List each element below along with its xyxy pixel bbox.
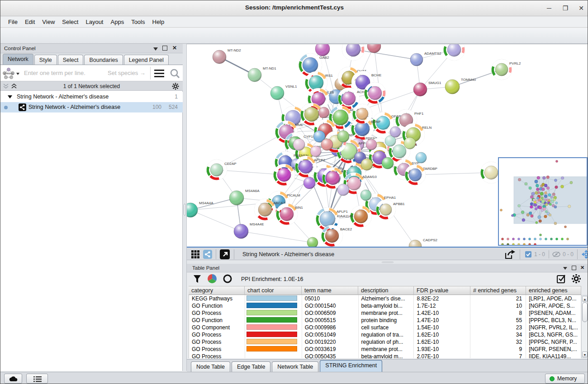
string-query-placeholder[interactable]: Enter one term per line. <box>24 70 85 76</box>
table-cell: cell surface <box>359 324 414 331</box>
table-panel-title: Table Panel <box>192 265 219 271</box>
title-bar: Session: /tmp/enrichmentTest.cys ─ ❐ ✕ <box>0 0 588 16</box>
export-network-icon[interactable] <box>505 249 516 259</box>
table-row[interactable]: GO FunctionGO:0005515protein binding1.47… <box>189 317 581 324</box>
detach-view-icon[interactable] <box>220 249 230 259</box>
collection-expander-icon[interactable] <box>8 95 12 98</box>
menu-layout[interactable]: Layout <box>82 18 106 26</box>
table-cell: [LRP1, APOE, AD... <box>526 295 581 302</box>
column-header[interactable]: category <box>189 286 245 295</box>
column-header[interactable]: description <box>358 286 414 295</box>
menu-edit[interactable]: Edit <box>22 18 38 26</box>
scroll-down-button[interactable]: ▼ <box>582 351 588 357</box>
svg-text:GAB2: GAB2 <box>319 56 329 60</box>
memory-button[interactable]: Memory <box>545 374 585 384</box>
tab-network-table[interactable]: Network Table <box>272 361 318 372</box>
minimize-button[interactable]: ─ <box>543 4 555 13</box>
svg-text:PVRL2: PVRL2 <box>509 61 521 66</box>
table-row[interactable]: GO ProcessGO:0051049regulation of tra...… <box>189 331 581 338</box>
task-history-button[interactable] <box>26 374 48 384</box>
pie-chart-icon[interactable] <box>208 274 217 283</box>
table-cell: [NGFR, APOE, S... <box>526 302 581 309</box>
navigator-toggle-icon[interactable] <box>581 249 588 259</box>
menu-select[interactable]: Select <box>59 18 81 26</box>
splitter-grip[interactable] <box>184 204 186 215</box>
table-row[interactable]: GO ProcessGO:0033619membrane prot...1.93… <box>189 346 581 353</box>
color-swatch <box>247 310 297 315</box>
tab-edge-table[interactable]: Edge Table <box>232 361 270 372</box>
ring-chart-icon[interactable] <box>223 274 232 283</box>
column-header[interactable]: enriched genes <box>526 286 581 295</box>
navigator-graph[interactable] <box>499 158 587 245</box>
grid-view-icon[interactable] <box>191 250 199 258</box>
tab-style[interactable]: Style <box>34 55 57 65</box>
menu-file[interactable]: File <box>5 18 21 26</box>
column-header[interactable]: chart color <box>245 286 302 295</box>
column-header[interactable]: # enriched genes <box>470 286 526 295</box>
table-scrollbar[interactable]: ▲ ▼ <box>581 295 588 358</box>
table-cell: 21 <box>470 295 526 302</box>
table-row[interactable]: GO ProcessGO:0050435beta-amyloid m...2.0… <box>189 353 581 358</box>
menu-help[interactable]: Help <box>149 18 168 26</box>
table-row[interactable]: GO ProcessGO:0006509membrane prot...1.42… <box>189 309 581 317</box>
network-row-selected[interactable]: String Network - Alzheimer's disease 100… <box>0 102 183 112</box>
select-columns-icon[interactable] <box>557 274 566 283</box>
splitter-grip[interactable] <box>382 262 394 263</box>
tab-legend-panel[interactable]: Legend Panel <box>124 55 169 65</box>
menu-tools[interactable]: Tools <box>128 18 148 26</box>
tab-string-enrichment[interactable]: STRING Enrichment <box>320 360 382 372</box>
scroll-up-button[interactable]: ▲ <box>582 296 588 302</box>
filter-icon[interactable] <box>193 275 201 283</box>
column-header[interactable]: FDR p-value <box>414 286 470 295</box>
tab-select[interactable]: Select <box>58 55 84 65</box>
svg-text:MS4A4A: MS4A4A <box>199 201 213 205</box>
network-collection-row[interactable]: String Network - Alzheimer's disease 1 <box>0 92 183 102</box>
table-cell: 55 <box>470 317 526 324</box>
query-options-icon[interactable] <box>154 69 164 77</box>
divider <box>216 249 216 259</box>
status-bar: Memory <box>0 372 588 384</box>
table-row[interactable]: GO ComponentGO:0009986cell surface1.54E-… <box>189 324 581 331</box>
task-list-icon <box>33 376 42 382</box>
search-icon[interactable] <box>170 68 180 79</box>
cloud-button[interactable] <box>4 374 22 384</box>
table-cell: GO Process <box>189 353 245 358</box>
chart-color-cell <box>245 324 302 331</box>
maximize-button[interactable]: ❐ <box>560 4 571 13</box>
selected-count-badge: 1 - 0 <box>534 251 545 258</box>
float-menu-icon[interactable] <box>563 267 567 270</box>
float-window-icon[interactable] <box>572 266 576 270</box>
string-protein-query-icon[interactable]: STRING <box>2 67 20 79</box>
gear-icon[interactable] <box>172 83 179 90</box>
close-panel-icon[interactable]: ✕ <box>580 265 584 271</box>
species-hint[interactable]: Set species → <box>108 70 146 76</box>
column-header[interactable]: term name <box>302 286 358 295</box>
cloud-icon <box>9 376 18 382</box>
share-view-icon[interactable] <box>203 250 212 259</box>
menu-apps[interactable]: Apps <box>108 18 128 26</box>
svg-text:APLP2: APLP2 <box>314 158 325 162</box>
color-swatch <box>247 332 297 337</box>
menu-view[interactable]: View <box>39 18 58 26</box>
table-row[interactable]: GO ProcessGO:0019220regulation of ph...1… <box>189 338 581 346</box>
birds-eye-navigator[interactable] <box>498 157 588 246</box>
scrollbar-thumb[interactable] <box>582 302 588 322</box>
table-cell: 1.42E-10 <box>414 309 470 317</box>
table-row[interactable]: GO FunctionGO:0001540beta-amyloid bi...1… <box>189 302 581 309</box>
color-swatch <box>247 317 297 323</box>
hidden-count-eye-icon <box>552 251 560 258</box>
tab-network[interactable]: Network <box>3 54 33 65</box>
close-panel-icon[interactable]: ✕ <box>172 45 177 51</box>
close-button[interactable]: ✕ <box>575 4 587 13</box>
window-title: Session: /tmp/enrichmentTest.cys <box>0 4 588 11</box>
float-menu-icon[interactable] <box>153 47 158 51</box>
table-row[interactable]: KEGG Pathways05010Alzheimer's dise...8.8… <box>189 295 581 302</box>
gear-icon[interactable] <box>571 274 581 284</box>
float-window-icon[interactable] <box>162 46 167 51</box>
table-cell: 10 <box>470 302 526 309</box>
memory-label: Memory <box>557 375 577 382</box>
horizontal-splitter[interactable] <box>187 261 588 264</box>
tab-node-table[interactable]: Node Table <box>191 361 230 372</box>
panel-splitter[interactable] <box>183 44 187 371</box>
tab-boundaries[interactable]: Boundaries <box>84 55 123 65</box>
